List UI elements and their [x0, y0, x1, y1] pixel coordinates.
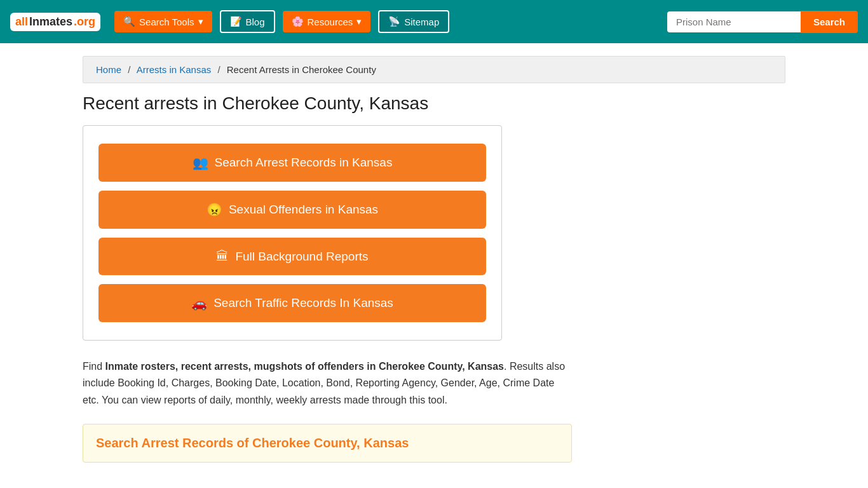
arrest-icon: 👥 — [193, 155, 208, 170]
background-reports-button[interactable]: 🏛 Full Background Reports — [98, 238, 486, 275]
breadcrumb-current: Recent Arrests in Cherokee County — [227, 64, 376, 75]
arrest-records-label: Search Arrest Records in Kansas — [215, 156, 393, 170]
background-icon: 🏛 — [216, 249, 229, 264]
arrest-records-button[interactable]: 👥 Search Arrest Records in Kansas — [98, 144, 486, 182]
blog-icon: 📝 — [230, 16, 242, 27]
resources-label: Resources — [308, 17, 353, 27]
logo[interactable]: allInmates.org — [10, 13, 100, 31]
breadcrumb-arrests-kansas[interactable]: Arrests in Kansas — [137, 64, 212, 75]
breadcrumb-home[interactable]: Home — [96, 64, 121, 75]
resources-button[interactable]: 🌸 Resources ▾ — [283, 11, 371, 32]
offenders-icon: 😠 — [207, 202, 222, 217]
blog-button[interactable]: 📝 Blog — [220, 10, 275, 33]
search-tools-icon: 🔍 — [123, 16, 135, 27]
resources-icon: 🌸 — [292, 16, 304, 27]
description-prefix: Find — [83, 361, 105, 372]
main-content: Recent arrests in Cherokee County, Kansa… — [83, 93, 785, 463]
description: Find Inmate rosters, recent arrests, mug… — [83, 358, 572, 409]
traffic-records-label: Search Traffic Records In Kansas — [214, 296, 393, 310]
page-title: Recent arrests in Cherokee County, Kansa… — [83, 93, 785, 114]
sitemap-icon: 📡 — [388, 16, 400, 27]
logo-org: .org — [74, 15, 95, 29]
background-reports-label: Full Background Reports — [235, 250, 368, 264]
dropdown-arrow-icon: ▾ — [198, 16, 203, 27]
arrest-search-section: Search Arrest Records of Cherokee County… — [83, 424, 572, 463]
search-tools-button[interactable]: 🔍 Search Tools ▾ — [114, 11, 212, 32]
logo-all: all — [15, 15, 28, 29]
sitemap-button[interactable]: 📡 Sitemap — [378, 10, 449, 33]
sexual-offenders-label: Sexual Offenders in Kansas — [229, 203, 378, 217]
header-search-button[interactable]: Search — [801, 11, 858, 33]
traffic-records-button[interactable]: 🚗 Search Traffic Records In Kansas — [98, 284, 486, 322]
description-bold: Inmate rosters, recent arrests, mugshots… — [105, 361, 504, 372]
breadcrumb: Home / Arrests in Kansas / Recent Arrest… — [83, 56, 785, 83]
search-tools-label: Search Tools — [139, 17, 194, 27]
sitemap-label: Sitemap — [404, 17, 439, 27]
header-search-area: Search — [667, 11, 858, 33]
breadcrumb-sep-2: / — [217, 64, 220, 75]
resources-dropdown-icon: ▾ — [356, 16, 362, 27]
sexual-offenders-button[interactable]: 😠 Sexual Offenders in Kansas — [98, 191, 486, 229]
arrest-search-title: Search Arrest Records of Cherokee County… — [96, 436, 559, 451]
search-card: 👥 Search Arrest Records in Kansas 😠 Sexu… — [83, 125, 502, 341]
logo-inmates: Inmates — [29, 15, 72, 29]
blog-label: Blog — [246, 17, 265, 27]
breadcrumb-sep-1: / — [128, 64, 130, 75]
prison-name-input[interactable] — [667, 11, 801, 32]
traffic-icon: 🚗 — [191, 295, 207, 311]
